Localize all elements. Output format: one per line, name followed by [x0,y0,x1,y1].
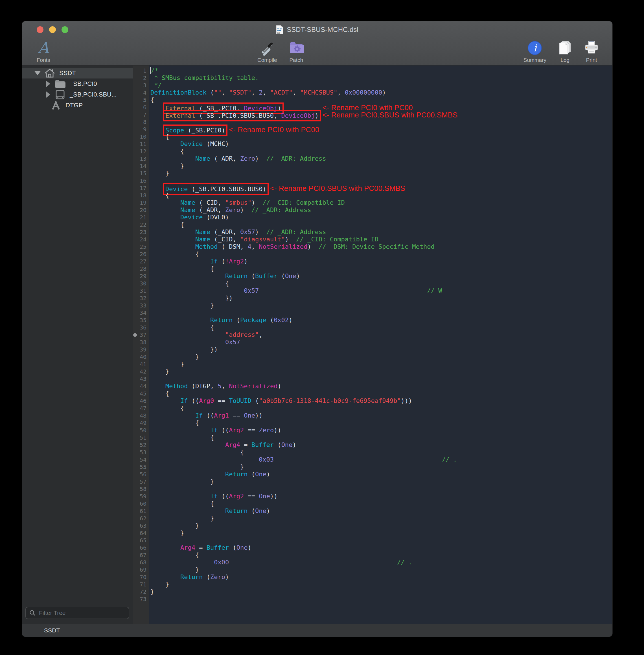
code-line[interactable]: 62 } [133,515,613,522]
code-line[interactable]: 18 { [133,192,613,199]
code-line[interactable]: 37 "address", [133,331,613,339]
code-line[interactable]: 11 Device (MCHC) [133,140,613,148]
code-line[interactable]: 46 If ((Arg0 == ToUUID ("a0b5b7c6-1318-4… [133,397,613,405]
tree-item-sb-pci0[interactable]: _SB.PCI0 [22,78,133,89]
code-line[interactable]: 43 [133,375,613,383]
code-line[interactable]: 58 [133,485,613,493]
code-line[interactable]: 31 0x57 // W [133,287,613,294]
code-line[interactable]: 26 { [133,250,613,258]
tree-item-ssdt[interactable]: SSDT [22,68,133,78]
zoom-button[interactable] [62,26,68,33]
filter-field[interactable] [25,607,129,619]
fonts-button[interactable]: A Fonts [37,40,50,63]
code-line[interactable]: 44 Method (DTGP, 5, NotSerialized) [133,383,613,390]
summary-button[interactable]: i Summary [524,40,546,63]
code-line[interactable]: 6 External (_SB_.PCI0, DeviceObj) <- Ren… [133,104,613,111]
code-line[interactable]: 14 } [133,162,613,170]
code-line[interactable]: 9 Scope (_SB.PCI0) <- Rename PCI0 with P… [133,126,613,133]
code-line[interactable]: 27 If (!Arg2) [133,258,613,265]
code-line[interactable]: 32 }) [133,294,613,302]
code-line[interactable]: 57 } [133,478,613,485]
code-line[interactable]: 54 0x03 // . [133,456,613,463]
print-button[interactable]: Print [583,40,599,63]
filter-input[interactable] [38,609,125,617]
code-line[interactable]: 23 Name (_ADR, 0x57) // _ADR: Address [133,228,613,236]
code-area[interactable]: 1/*2 * SMBus compatibility table.3 */4De… [133,66,613,624]
tree-item-sb-pci0-sbus[interactable]: _SB.PCI0.SBU... [22,89,133,100]
code-line[interactable]: 8 [133,118,613,126]
code-line[interactable]: 68 0x00 // . [133,559,613,566]
code-line[interactable]: 4DefinitionBlock ("", "SSDT", 2, "ACDT",… [133,89,613,96]
disclosure-triangle[interactable] [46,81,50,87]
close-button[interactable] [37,26,43,33]
code-line[interactable]: 15 } [133,170,613,177]
code-line[interactable]: 49 { [133,419,613,427]
code-line[interactable]: 2 * SMBus compatibility table. [133,74,613,82]
code-line[interactable]: 30 { [133,280,613,287]
code-line[interactable]: 24 Name (_CID, "diagsvault") // _CID: Co… [133,236,613,243]
code-line[interactable]: 12 { [133,148,613,155]
code-line[interactable]: 25 Method (_DSM, 4, NotSerialized) // _D… [133,243,613,250]
code-line[interactable]: 72} [133,588,613,595]
code-line[interactable]: 65 [133,537,613,544]
code-line[interactable]: 33 } [133,302,613,309]
code-line[interactable]: 42 } [133,368,613,375]
code-line[interactable]: 70 Return (Zero) [133,573,613,581]
code-line[interactable]: 66 Arg4 = Buffer (One) [133,544,613,551]
code-token: } [151,478,214,485]
disclosure-triangle[interactable] [34,71,41,75]
code-line[interactable]: 71 } [133,581,613,588]
disclosure-triangle[interactable] [46,91,50,98]
code-token: (( [203,412,214,419]
code-line[interactable]: 55 } [133,463,613,471]
code-line[interactable]: 48 If ((Arg1 == One)) [133,412,613,419]
log-button[interactable]: Log [557,40,573,63]
code-line[interactable]: 60 { [133,500,613,507]
code-token [274,456,442,463]
code-line[interactable]: 35 Return (Package (0x02) [133,316,613,324]
code-line[interactable]: 61 Return (One) [133,507,613,515]
code-line[interactable]: 5{ [133,96,613,104]
minimize-button[interactable] [49,26,56,33]
code-line[interactable]: 39 }) [133,346,613,353]
compile-button[interactable]: Compile [257,40,277,63]
editor[interactable]: 1/*2 * SMBus compatibility table.3 */4De… [133,66,613,624]
code-line[interactable]: 69 } [133,566,613,573]
code-line[interactable]: 19 Name (_CID, "smbus") // _CID: Compati… [133,199,613,206]
code-line[interactable]: 13 Name (_ADR, Zero) // _ADR: Address [133,155,613,162]
code-line[interactable]: 10 { [133,133,613,140]
code-line[interactable]: 16 [133,177,613,184]
code-line[interactable]: 20 Name (_ADR, Zero) // _ADR: Address [133,206,613,214]
code-line[interactable]: 22 { [133,221,613,228]
code-token: ) [307,243,319,250]
code-line[interactable]: 36 { [133,324,613,331]
code-line[interactable]: 47 { [133,405,613,412]
code-line[interactable]: 3 */ [133,82,613,89]
code-line[interactable]: 52 Arg4 = Buffer (One) [133,441,613,449]
code-line-content: } [149,361,184,368]
code-line[interactable]: 59 If ((Arg2 == One)) [133,493,613,500]
code-line[interactable]: 56 Return (One) [133,471,613,478]
code-line[interactable]: 38 0x57 [133,339,613,346]
tree-item-dtgp[interactable]: DTGP [22,100,133,111]
code-line[interactable]: 50 If ((Arg2 == Zero)) [133,427,613,434]
code-line[interactable]: 1/* [133,67,613,74]
code-line[interactable]: 28 { [133,265,613,272]
code-line[interactable]: 40 } [133,353,613,361]
code-line[interactable]: 63 } [133,522,613,529]
code-line[interactable]: 73 [133,595,613,603]
code-line[interactable]: 64 } [133,529,613,537]
code-line[interactable]: 29 Return (Buffer (One) [133,272,613,280]
code-line[interactable]: 34 [133,309,613,316]
code-line[interactable]: 7 External (_SB_.PCI0.SBUS.BUS0, DeviceO… [133,111,613,118]
patch-button[interactable]: Patch [289,40,304,63]
code-token: // _ADR: Address [251,206,311,213]
code-line[interactable]: 45 { [133,390,613,397]
code-line[interactable]: 53 { [133,449,613,456]
code-line[interactable]: 41 } [133,361,613,368]
code-line[interactable]: 17 Device (_SB.PCI0.SBUS.BUS0) <- Rename… [133,184,613,192]
code-line[interactable]: 21 Device (DVL0) [133,214,613,221]
code-line[interactable]: 51 { [133,434,613,441]
code-line[interactable]: 67 { [133,551,613,559]
code-token: ) [248,544,251,551]
